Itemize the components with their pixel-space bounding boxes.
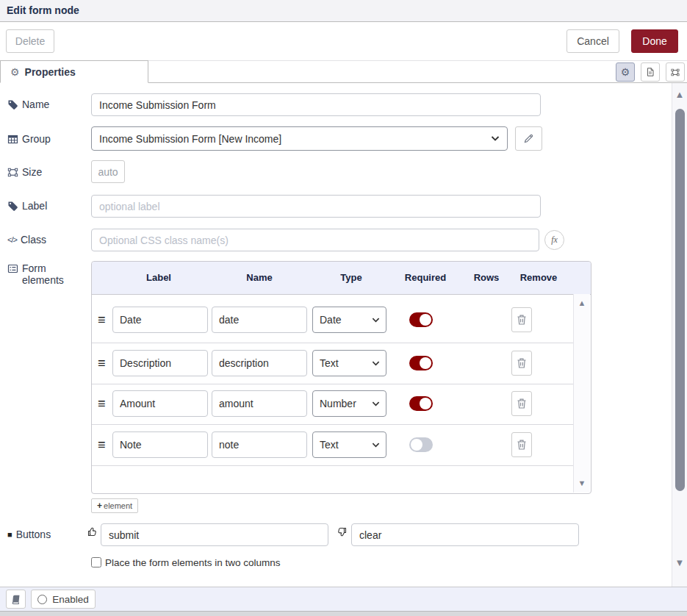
required-toggle[interactable]	[409, 437, 433, 452]
column-header-required: Required	[405, 272, 446, 283]
element-label-input[interactable]	[112, 431, 208, 458]
name-input[interactable]	[91, 93, 541, 116]
done-button[interactable]: Done	[631, 29, 678, 53]
label-field-label: Label	[7, 200, 47, 212]
column-header-type: Type	[340, 272, 362, 283]
tab-properties[interactable]: ⚙ Properties	[0, 60, 148, 83]
plus-icon: +	[97, 501, 102, 511]
column-header-name: Name	[246, 272, 272, 283]
delete-button[interactable]: Delete	[6, 29, 54, 53]
chevron-down-icon	[372, 401, 380, 407]
pencil-icon	[523, 133, 534, 144]
code-icon: </>	[7, 235, 17, 244]
file-icon	[646, 66, 655, 78]
trash-icon	[517, 439, 527, 451]
element-type-select[interactable]: Text	[312, 431, 386, 458]
tab-properties-label: Properties	[25, 66, 76, 78]
dialog-header: Edit form node	[0, 0, 687, 22]
element-label-input[interactable]	[112, 390, 208, 417]
size-field-label: Size	[7, 166, 42, 178]
chevron-down-icon	[372, 361, 380, 366]
dialog-footer	[0, 587, 687, 612]
scroll-down-icon[interactable]: ▼	[675, 558, 685, 567]
element-name-input[interactable]	[212, 350, 307, 376]
remove-row-button[interactable]	[511, 307, 532, 332]
book-icon	[11, 594, 21, 605]
column-header-remove: Remove	[520, 272, 558, 283]
required-toggle[interactable]	[409, 356, 433, 370]
label-input[interactable]	[91, 195, 541, 218]
cancel-button[interactable]: Cancel	[566, 29, 619, 53]
column-header-label: Label	[146, 272, 171, 283]
class-input[interactable]	[91, 229, 539, 251]
required-toggle[interactable]	[409, 396, 433, 411]
edit-form-node-dialog: Edit form node Delete Cancel Done ⚙ Prop…	[0, 0, 687, 616]
element-label-input[interactable]	[112, 307, 208, 333]
clear-button-text-input[interactable]	[351, 523, 579, 546]
form-elements-table: Label Name Type Required Rows Remove ≡ D…	[91, 261, 591, 494]
element-name-input[interactable]	[212, 390, 307, 417]
submit-button-text-input[interactable]	[101, 523, 328, 546]
square-icon: ■	[7, 530, 12, 539]
drag-handle-icon[interactable]: ≡	[98, 357, 106, 370]
group-field-label: Group	[7, 133, 51, 145]
required-toggle[interactable]	[409, 312, 433, 327]
trash-icon	[517, 398, 527, 409]
remove-row-button[interactable]	[511, 391, 532, 416]
background-strip	[0, 612, 687, 616]
scrollbar-thumb[interactable]	[675, 109, 685, 491]
name-field-label: Name	[7, 99, 49, 110]
node-help-button[interactable]	[6, 590, 26, 609]
appearance-panel-button[interactable]	[666, 62, 685, 82]
chevron-down-icon	[491, 136, 500, 141]
row-divider	[92, 424, 574, 425]
row-divider	[92, 384, 574, 384]
gear-icon: ⚙	[621, 66, 630, 78]
trash-icon	[517, 357, 527, 369]
table-icon	[7, 134, 18, 145]
enabled-toggle-button[interactable]: Enabled	[31, 590, 96, 609]
remove-row-button[interactable]	[511, 351, 532, 376]
column-header-rows: Rows	[474, 272, 500, 283]
table-scrollbar[interactable]: ▲ ▼	[573, 294, 590, 493]
element-type-select[interactable]: Date	[312, 307, 386, 333]
tag-icon	[7, 99, 18, 110]
size-button[interactable]: auto	[91, 160, 125, 183]
chevron-down-icon	[372, 318, 380, 323]
two-columns-label: Place the form elements in two columns	[105, 557, 281, 568]
trash-icon	[517, 314, 527, 326]
element-label-input[interactable]	[112, 350, 208, 376]
scroll-up-icon[interactable]: ▲	[675, 90, 685, 99]
scroll-up-icon[interactable]: ▲	[578, 299, 586, 307]
gear-icon: ⚙	[10, 67, 20, 77]
enabled-radio-icon	[37, 595, 47, 604]
two-columns-checkbox[interactable]	[91, 557, 101, 567]
buttons-field-label: ■ Buttons	[7, 529, 51, 540]
drag-handle-icon[interactable]: ≡	[98, 397, 106, 410]
tag-icon	[7, 201, 18, 212]
remove-row-button[interactable]	[511, 432, 532, 457]
scroll-down-icon[interactable]: ▼	[578, 479, 586, 487]
table-header: Label Name Type Required Rows Remove	[92, 262, 591, 295]
class-field-label: </> Class	[7, 234, 46, 246]
list-alt-icon	[7, 263, 18, 274]
description-panel-button[interactable]	[641, 62, 660, 82]
object-group-icon	[7, 167, 18, 178]
element-type-select[interactable]: Number	[312, 390, 386, 417]
edit-group-button[interactable]	[515, 126, 542, 151]
dialog-scrollbar[interactable]: ▲ ▼	[672, 83, 687, 587]
row-divider	[92, 343, 574, 343]
element-name-input[interactable]	[212, 431, 307, 458]
drag-handle-icon[interactable]: ≡	[98, 438, 106, 451]
fx-expression-button[interactable]: fx	[544, 230, 564, 250]
fx-icon: fx	[551, 234, 558, 246]
add-element-button[interactable]: + element	[91, 498, 138, 513]
element-name-input[interactable]	[212, 307, 307, 333]
thumbs-up-icon	[87, 526, 98, 537]
drag-handle-icon[interactable]: ≡	[98, 313, 106, 326]
object-group-icon	[671, 67, 680, 78]
properties-panel-button[interactable]: ⚙	[616, 62, 635, 82]
thumbs-down-icon	[336, 526, 347, 537]
element-type-select[interactable]: Text	[312, 350, 386, 376]
group-select[interactable]: Income Submission Form [New Income]	[91, 126, 508, 151]
